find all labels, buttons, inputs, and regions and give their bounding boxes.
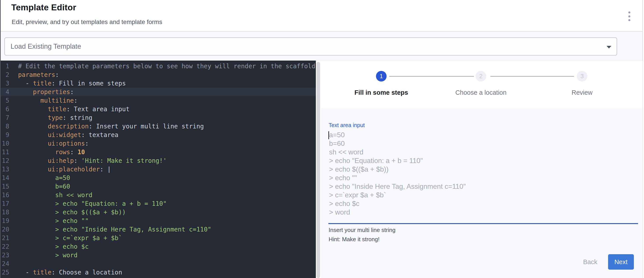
next-button[interactable]: Next bbox=[608, 254, 634, 270]
code-text: ui:help: 'Hint: Make it strong!' bbox=[18, 156, 166, 165]
editor-scrollbar-track bbox=[316, 61, 321, 278]
code-text: > c=`expr $a + $b` bbox=[18, 234, 122, 242]
editor-line[interactable]: 21 > c=`expr $a + $b` bbox=[0, 234, 316, 242]
page-subtitle: Edit, preview, and try out templates and… bbox=[12, 18, 162, 25]
editor-line[interactable]: 18 > echo $(($a + $b)) bbox=[0, 208, 316, 217]
textarea-placeholder-line: sh << word bbox=[328, 148, 638, 156]
load-template-placeholder: Load Existing Template bbox=[10, 38, 81, 55]
editor-line[interactable]: 15 b=60 bbox=[0, 182, 316, 191]
step-circle-2: 2 bbox=[476, 71, 486, 81]
textarea-placeholder-line: > echo "Equation: a + b = 110" bbox=[328, 156, 638, 165]
step-connector bbox=[490, 76, 574, 77]
line-number: 6 bbox=[0, 105, 9, 113]
main-split: 1# Edit the template parameters below to… bbox=[0, 61, 642, 278]
code-text: > echo "Inside Here Tag, Assignment c=11… bbox=[18, 225, 211, 234]
textarea-placeholder-line: > c=`expr $a + $b` bbox=[328, 191, 638, 199]
textarea-placeholder-line: > echo "Inside Here Tag, Assignment c=11… bbox=[328, 182, 638, 191]
editor-line[interactable]: 8 description: Insert your multi line st… bbox=[0, 122, 316, 131]
code-text: # Edit the template parameters below to … bbox=[18, 62, 316, 70]
editor-line[interactable]: 9 ui:widget: textarea bbox=[0, 131, 316, 139]
editor-line[interactable]: 23 > word bbox=[0, 251, 316, 260]
load-template-section: Load Existing Template bbox=[0, 32, 642, 60]
step-label-fill-in-some-steps: Fill in some steps bbox=[333, 89, 430, 96]
step-label-choose-a-location: Choose a location bbox=[432, 89, 530, 96]
textarea-placeholder-line: a=50 bbox=[328, 131, 638, 139]
template-form-preview: 1 2 3 Fill in some steps Choose a locati… bbox=[321, 61, 643, 278]
page-title: Template Editor bbox=[11, 3, 76, 12]
editor-line[interactable]: 11 rows: 10 bbox=[0, 148, 316, 156]
editor-scrollbar-thumb[interactable] bbox=[316, 62, 320, 278]
editor-line[interactable]: 19 > echo "" bbox=[0, 217, 316, 225]
chevron-down-icon[interactable] bbox=[606, 46, 612, 48]
editor-line[interactable]: 6 title: Text area input bbox=[0, 105, 316, 113]
line-number: 8 bbox=[0, 122, 9, 131]
code-text: - title: Fill in some steps bbox=[18, 79, 126, 88]
code-text: a=50 bbox=[18, 174, 70, 182]
line-number: 18 bbox=[0, 208, 9, 217]
code-text: > echo $(($a + $b)) bbox=[18, 208, 126, 217]
form-step-panel: Text area input a=50b=60sh << word> echo… bbox=[321, 108, 643, 278]
editor-line[interactable]: 10 ui:options: bbox=[0, 139, 316, 148]
back-button[interactable]: Back bbox=[578, 254, 602, 270]
line-number: 21 bbox=[0, 234, 9, 242]
editor-line[interactable]: 17 > echo "Equation: a + b = 110" bbox=[0, 199, 316, 208]
line-number: 3 bbox=[0, 79, 9, 88]
editor-line[interactable]: 24 bbox=[0, 260, 316, 268]
editor-line[interactable]: 4 properties: bbox=[0, 88, 316, 96]
textarea-focus-underline bbox=[328, 223, 638, 224]
code-text: ui:options: bbox=[18, 139, 88, 148]
line-number: 24 bbox=[0, 260, 9, 268]
line-number: 12 bbox=[0, 156, 9, 165]
editor-line[interactable]: 14 a=50 bbox=[0, 174, 316, 182]
code-text: > word bbox=[18, 251, 78, 260]
editor-line[interactable]: 25 - title: Choose a location bbox=[0, 268, 316, 277]
load-template-select[interactable]: Load Existing Template bbox=[4, 37, 617, 55]
editor-line[interactable]: 3 - title: Fill in some steps bbox=[0, 79, 316, 88]
editor-line[interactable]: 16 sh << word bbox=[0, 191, 316, 199]
code-text: - title: Choose a location bbox=[18, 268, 122, 277]
line-number: 9 bbox=[0, 131, 9, 139]
textarea-placeholder-line: > echo $(($a + $b)) bbox=[328, 165, 638, 174]
textarea-placeholder-line: > echo "" bbox=[328, 174, 638, 182]
line-number: 23 bbox=[0, 251, 9, 260]
field-description: Insert your multi line string bbox=[328, 227, 396, 234]
yaml-code-editor[interactable]: 1# Edit the template parameters below to… bbox=[0, 61, 316, 278]
code-text: > echo "Equation: a + b = 110" bbox=[18, 199, 166, 208]
editor-line[interactable]: 1# Edit the template parameters below to… bbox=[0, 62, 316, 70]
editor-line[interactable]: 20 > echo "Inside Here Tag, Assignment c… bbox=[0, 225, 316, 234]
line-number: 16 bbox=[0, 191, 9, 199]
code-text: > echo "" bbox=[18, 217, 88, 225]
editor-line[interactable]: 2parameters: bbox=[0, 70, 316, 79]
step-circle-1: 1 bbox=[376, 71, 386, 81]
editor-line[interactable]: 13 ui:placeholder: | bbox=[0, 165, 316, 174]
line-number: 22 bbox=[0, 242, 9, 251]
code-text: ui:placeholder: | bbox=[18, 165, 111, 174]
code-text: description: Insert your multi line stri… bbox=[18, 122, 204, 131]
textarea-placeholder-line: b=60 bbox=[328, 139, 638, 148]
code-text: rows: 10 bbox=[18, 148, 85, 156]
editor-line[interactable]: 12 ui:help: 'Hint: Make it strong!' bbox=[0, 156, 316, 165]
multiline-textarea-input[interactable]: a=50b=60sh << word> echo "Equation: a + … bbox=[328, 131, 638, 219]
code-text: type: string bbox=[18, 113, 92, 122]
code-text: ui:widget: textarea bbox=[18, 131, 118, 139]
editor-line[interactable]: 5 multiline: bbox=[0, 96, 316, 105]
textarea-placeholder-line: > echo $c bbox=[328, 199, 638, 208]
line-number: 19 bbox=[0, 217, 9, 225]
step-label-review: Review bbox=[534, 89, 630, 96]
line-number: 15 bbox=[0, 182, 9, 191]
window-left-edge bbox=[0, 0, 1, 278]
line-number: 2 bbox=[0, 70, 9, 79]
line-number: 11 bbox=[0, 148, 9, 156]
line-number: 20 bbox=[0, 225, 9, 234]
editor-line[interactable]: 7 type: string bbox=[0, 113, 316, 122]
code-text: > echo $c bbox=[18, 242, 88, 251]
editor-line[interactable]: 22 > echo $c bbox=[0, 242, 316, 251]
step-circle-3: 3 bbox=[577, 71, 587, 81]
wizard-buttons: Back Next bbox=[578, 254, 634, 270]
code-text: sh << word bbox=[18, 191, 92, 199]
line-number: 13 bbox=[0, 165, 9, 174]
code-text: multiline: bbox=[18, 96, 78, 105]
step-connector bbox=[389, 76, 474, 77]
more-options-icon[interactable] bbox=[627, 11, 632, 21]
template-editor-app: Template Editor Edit, preview, and try o… bbox=[0, 0, 643, 278]
